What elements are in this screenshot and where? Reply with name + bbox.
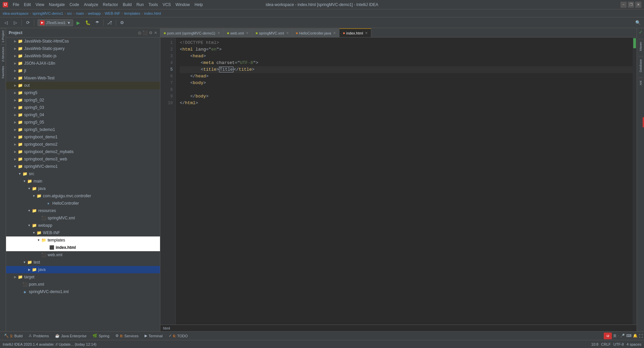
line-col-indicator[interactable]: 10:8: [591, 342, 598, 346]
tree-item-iml[interactable]: ◆ springMVC-demo1.iml: [6, 288, 160, 295]
tree-item-springboot_demo2[interactable]: ▶ 📁 springboot_demo2: [6, 141, 160, 148]
sync-button[interactable]: ⟳: [24, 19, 32, 27]
bottom-tab-build[interactable]: 🔨 1: Build: [1, 332, 25, 340]
tab-pom-xml[interactable]: ■ pom.xml (springMVC-demo1) ✕: [160, 28, 224, 37]
tab-close-icon[interactable]: ✕: [246, 31, 249, 35]
tree-item-JavaWeb-Static-HtmlCss[interactable]: ▶ 📁 JavaWeb-Static-HtmlCss: [6, 38, 160, 45]
tree-item-java[interactable]: ▼ 📁 java: [6, 185, 160, 192]
tab-HelloController-java[interactable]: ■ HelloController.java ✕: [292, 28, 339, 37]
side-tab-project[interactable]: 1-Project: [1, 28, 5, 45]
tree-item-test[interactable]: ▼ 📁 test: [6, 259, 160, 266]
tab-springMVC-xml[interactable]: ■ springMVC.xml ✕: [252, 28, 292, 37]
project-collapse-icon[interactable]: ⬛: [143, 30, 148, 35]
line-endings-indicator[interactable]: CRLF: [601, 342, 611, 346]
tree-item-out[interactable]: ▶ 📁 out: [6, 82, 160, 89]
bc-webinf[interactable]: WEB-INF: [105, 11, 120, 15]
side-tab-favorites[interactable]: Favorites: [1, 64, 5, 80]
close-button[interactable]: ✕: [635, 2, 641, 8]
tree-item-springMVC-xml[interactable]: ⬛ springMVC.xml: [6, 214, 160, 222]
project-settings-icon[interactable]: ⚙: [149, 30, 153, 35]
tree-item-target[interactable]: ▶ 📁 target: [6, 273, 160, 281]
bc-src[interactable]: src: [67, 11, 72, 15]
tab-index-html[interactable]: ■ index.html ✕: [339, 28, 371, 37]
maximize-button[interactable]: ❐: [628, 2, 634, 8]
tree-item-main[interactable]: ▼ 📁 main: [6, 178, 160, 185]
git-button[interactable]: ⎇: [106, 19, 114, 27]
tree-item-springMVC-demo1[interactable]: ▼ 📁 springMVC-demo1: [6, 163, 160, 170]
bottom-tab-java-enterprise[interactable]: ☕ Java Enterprise: [52, 332, 89, 340]
bc-webapp[interactable]: webapp: [88, 11, 101, 15]
right-tab-ant[interactable]: Ant: [638, 78, 643, 88]
bottom-tab-services[interactable]: ⚙ 8: Services: [113, 332, 141, 340]
run-config-selector[interactable]: ▶ JTest5.test1 ▼: [38, 19, 73, 26]
menu-view[interactable]: View: [34, 2, 46, 8]
tree-item-webapp[interactable]: ▼ 📁 webapp: [6, 222, 160, 229]
tree-item-resources[interactable]: ▼ 📁 resources: [6, 207, 160, 214]
minimize-button[interactable]: −: [621, 2, 627, 8]
tab-close-icon[interactable]: ✕: [217, 31, 220, 35]
tree-item-index-html-tree[interactable]: ⬛ index.html: [6, 244, 160, 251]
tab-close-icon[interactable]: ✕: [365, 31, 368, 35]
tree-item-spring5_03[interactable]: ▶ 📁 spring5_03: [6, 104, 160, 111]
tree-item-controller-package[interactable]: ▼ 📁 com.atguigu.mvc.controller: [6, 192, 160, 200]
tree-item-templates[interactable]: ▼ 📁 templates: [6, 236, 160, 244]
tree-item-spring5_02[interactable]: ▶ 📁 spring5_02: [6, 96, 160, 104]
project-locate-icon[interactable]: ◎: [138, 30, 141, 35]
menu-vcs[interactable]: VCS: [161, 2, 173, 8]
tree-item-spring5[interactable]: ▶ 📁 spring5: [6, 89, 160, 96]
tree-item-JavaWeb-Static-jquery[interactable]: ▶ 📁 JavaWeb-Static-jquery: [6, 45, 160, 52]
tree-item-src[interactable]: ▼ 📁 src: [6, 170, 160, 178]
tree-item-pom-xml-root[interactable]: ⬛ pom.xml: [6, 281, 160, 288]
bc-idea-workspace[interactable]: idea-workspace: [3, 11, 29, 15]
tree-item-spring5_txdemo1[interactable]: ▶ 📁 spring5_txdemo1: [6, 126, 160, 133]
menu-file[interactable]: File: [11, 2, 21, 8]
project-close-icon[interactable]: ✕: [154, 30, 157, 35]
tab-close-icon[interactable]: ✕: [286, 31, 289, 35]
bottom-tab-todo[interactable]: ✓ 6: TODO: [166, 332, 191, 340]
bottom-tab-problems[interactable]: ⚠ Problems: [26, 332, 51, 340]
menu-analyze[interactable]: Analyze: [82, 2, 100, 8]
tree-item-springboot_demo3_web[interactable]: ▶ 📁 springboot_demo3_web: [6, 155, 160, 163]
side-tab-structure[interactable]: 2-Structure: [1, 45, 5, 64]
menu-window[interactable]: Window: [173, 2, 192, 8]
back-button[interactable]: ◁: [2, 19, 10, 27]
tree-item-JavaWeb-Static-js[interactable]: ▶ 📁 JavaWeb-Static-js: [6, 52, 160, 60]
bc-springmvc-demo1[interactable]: springMVC-demo1: [33, 11, 63, 15]
settings-button[interactable]: ⚙: [118, 19, 126, 27]
tree-item-jt[interactable]: ▶ 📁 jt: [6, 67, 160, 74]
tree-item-web-xml-tree[interactable]: ⬛ web.xml: [6, 251, 160, 259]
run-button[interactable]: ▶: [74, 19, 83, 27]
tree-item-spring5_05[interactable]: ▶ 📁 spring5_05: [6, 119, 160, 126]
forward-button[interactable]: ▷: [11, 19, 19, 27]
menu-run[interactable]: Run: [135, 2, 146, 8]
menu-edit[interactable]: Edit: [22, 2, 33, 8]
coverage-button[interactable]: ☂: [93, 19, 101, 27]
menu-code[interactable]: Code: [67, 2, 81, 8]
tree-item-spring5_04[interactable]: ▶ 📁 spring5_04: [6, 111, 160, 119]
tab-web-xml[interactable]: ■ web.xml ✕: [224, 28, 252, 37]
encoding-indicator[interactable]: UTF-8: [613, 342, 624, 346]
bc-index-html[interactable]: index.html: [144, 11, 161, 15]
tree-item-JSON-AJAX-i18n[interactable]: ▶ 📁 JSON-AJAX-i18n: [6, 60, 160, 67]
bc-templates[interactable]: templates: [124, 11, 140, 15]
right-tab-database[interactable]: Database: [638, 56, 643, 75]
bottom-tab-spring[interactable]: 🌿 Spring: [90, 332, 112, 340]
tree-item-test-java[interactable]: ▶ 📁 java: [6, 266, 160, 273]
menu-build[interactable]: Build: [121, 2, 134, 8]
tree-item-Maven-Web-Test[interactable]: ▶ 📁 Maven-Web-Test: [6, 74, 160, 82]
bottom-tab-terminal[interactable]: ▶ Terminal: [142, 332, 165, 340]
code-content[interactable]: <!DOCTYPE html> <html lang="en"> <head> …: [176, 38, 637, 325]
debug-button[interactable]: 🐛: [84, 19, 92, 27]
code-editor[interactable]: 1 2 3 4 5 6 7 8 9 10 <!DOCTYPE html> <ht…: [160, 38, 637, 325]
right-tab-maven[interactable]: Maven: [638, 39, 643, 54]
menu-tools[interactable]: Tools: [147, 2, 160, 8]
indent-indicator[interactable]: 4 spaces: [627, 342, 641, 346]
menu-help[interactable]: Help: [193, 2, 205, 8]
tree-item-HelloController[interactable]: ● HelloController: [6, 200, 160, 207]
bc-main[interactable]: main: [76, 11, 84, 15]
menu-refactor[interactable]: Refactor: [101, 2, 120, 8]
tree-item-springboot_demo2_mybatis[interactable]: ▶ 📁 springboot_demo2_mybatis: [6, 148, 160, 155]
tree-item-WEB-INF[interactable]: ▼ 📁 WEB-INF: [6, 229, 160, 236]
tab-close-icon[interactable]: ✕: [333, 31, 336, 35]
tree-item-springboot_demo1[interactable]: ▶ 📁 springboot_demo1: [6, 133, 160, 141]
